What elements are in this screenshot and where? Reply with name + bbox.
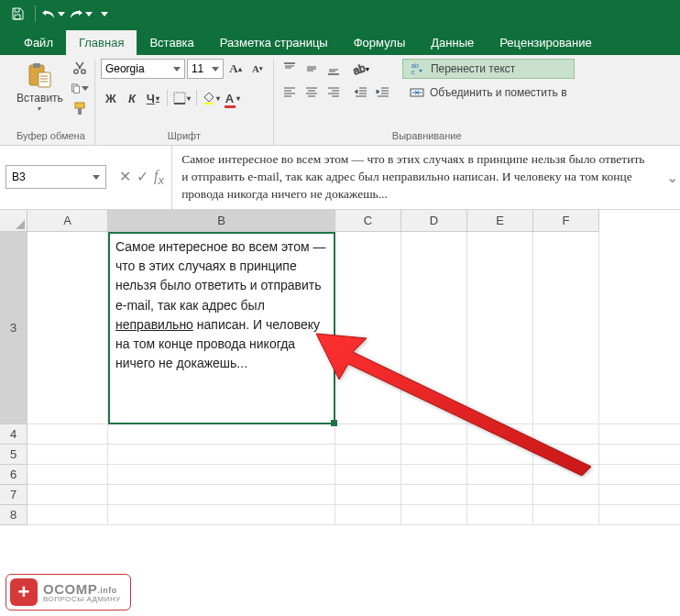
cell[interactable] [599, 485, 680, 505]
align-right-button[interactable] [324, 82, 344, 103]
font-size-selector[interactable]: 11 [187, 59, 224, 79]
cell[interactable] [335, 445, 401, 465]
cell[interactable] [599, 505, 680, 525]
name-box[interactable]: B3 [5, 165, 106, 189]
col-header-D[interactable]: D [401, 210, 467, 232]
col-header-A[interactable]: A [27, 210, 108, 232]
cell[interactable] [467, 505, 533, 525]
cell[interactable] [599, 232, 680, 424]
tab-page-layout[interactable]: Разметка страницы [207, 30, 341, 55]
cell[interactable] [401, 465, 467, 485]
cell[interactable] [401, 485, 467, 505]
row-header-3[interactable]: 3 [0, 232, 27, 424]
fx-button[interactable]: fx [154, 168, 164, 187]
align-bottom-button[interactable] [324, 59, 344, 79]
col-header-F[interactable]: F [533, 210, 599, 232]
cell[interactable] [599, 424, 680, 445]
cell[interactable] [335, 232, 401, 424]
cell[interactable] [335, 424, 401, 445]
decrease-indent-button[interactable] [351, 82, 371, 103]
borders-button[interactable]: ▾ [171, 88, 192, 108]
wrap-text-button[interactable]: abc Перенести текст [402, 59, 575, 79]
fill-color-button[interactable]: ▾ [201, 88, 222, 108]
save-button[interactable] [5, 2, 29, 26]
save-icon [11, 7, 24, 20]
cell[interactable] [533, 465, 599, 485]
cell[interactable] [467, 465, 533, 485]
underline-button[interactable]: Ч▾ [143, 88, 163, 108]
tab-data[interactable]: Данные [418, 30, 487, 55]
increase-indent-button[interactable] [373, 82, 393, 103]
orientation-button[interactable]: ab▾ [351, 59, 369, 79]
cancel-formula-button[interactable]: ✕ [119, 168, 131, 187]
merge-center-button[interactable]: Объединить и поместить в [402, 82, 575, 103]
copy-button[interactable] [71, 79, 89, 97]
cell[interactable] [533, 505, 599, 525]
accept-formula-button[interactable]: ✓ [137, 168, 148, 187]
cell[interactable] [467, 424, 533, 445]
formula-bar-expand[interactable]: ⌄ [664, 169, 680, 186]
cell[interactable] [27, 424, 108, 445]
align-top-button[interactable] [280, 59, 300, 79]
cell[interactable] [533, 232, 599, 424]
cut-button[interactable] [71, 59, 89, 77]
tab-file[interactable]: Файл [11, 30, 66, 55]
cell[interactable] [108, 465, 335, 485]
cell[interactable] [467, 485, 533, 505]
tab-formulas[interactable]: Формулы [341, 30, 419, 55]
tab-review[interactable]: Рецензирование [487, 30, 604, 55]
font-color-button[interactable]: A▾ [223, 88, 243, 108]
align-left-button[interactable] [280, 82, 300, 103]
decrease-font-button[interactable]: A▾ [247, 59, 268, 79]
formula-bar[interactable]: Самое интересное во всем этом — что в эт… [171, 146, 664, 209]
cell[interactable] [599, 445, 680, 465]
align-center-button[interactable] [302, 82, 322, 103]
customize-qat-button[interactable] [96, 2, 113, 26]
cell[interactable] [27, 505, 108, 525]
cell[interactable] [108, 424, 335, 445]
svg-rect-11 [78, 108, 82, 115]
cell[interactable] [467, 232, 533, 424]
cell[interactable] [108, 505, 335, 525]
increase-font-button[interactable]: A▴ [225, 59, 246, 79]
col-header-C[interactable]: C [335, 210, 401, 232]
cell[interactable] [401, 505, 467, 525]
paste-button[interactable]: Вставить ▾ [13, 59, 67, 115]
bold-button[interactable]: Ж [101, 88, 121, 108]
cell[interactable] [108, 485, 335, 505]
row-header-8[interactable]: 8 [0, 505, 27, 525]
italic-button[interactable]: К [122, 88, 142, 108]
cell[interactable] [533, 485, 599, 505]
row-header-6[interactable]: 6 [0, 465, 27, 485]
row-header-5[interactable]: 5 [0, 445, 27, 465]
cell[interactable] [335, 485, 401, 505]
active-cell-B3[interactable]: Самое интересное во всем этом — что в эт… [108, 232, 335, 424]
redo-button[interactable] [69, 2, 93, 26]
col-header-E[interactable]: E [467, 210, 533, 232]
cell[interactable] [27, 485, 108, 505]
row-header-7[interactable]: 7 [0, 485, 27, 505]
cell[interactable] [599, 465, 680, 485]
cell[interactable] [27, 445, 108, 465]
cell[interactable] [27, 232, 108, 424]
cell[interactable] [401, 445, 467, 465]
cell[interactable] [533, 445, 599, 465]
select-all-button[interactable] [0, 210, 27, 232]
undo-button[interactable] [41, 2, 65, 26]
fill-handle[interactable] [331, 420, 337, 426]
row-header-4[interactable]: 4 [0, 424, 27, 445]
cell[interactable] [335, 465, 401, 485]
font-selector[interactable]: Georgia [101, 59, 185, 79]
tab-home[interactable]: Главная [66, 30, 137, 55]
tab-insert[interactable]: Вставка [137, 30, 206, 55]
col-header-B[interactable]: B [108, 210, 335, 232]
cell[interactable] [401, 232, 467, 424]
cell[interactable] [108, 445, 335, 465]
align-middle-button[interactable] [302, 59, 322, 79]
cell[interactable] [27, 465, 108, 485]
cell[interactable] [467, 445, 533, 465]
cell[interactable] [533, 424, 599, 445]
format-painter-button[interactable] [71, 99, 89, 117]
cell[interactable] [335, 505, 401, 525]
cell[interactable] [401, 424, 467, 445]
